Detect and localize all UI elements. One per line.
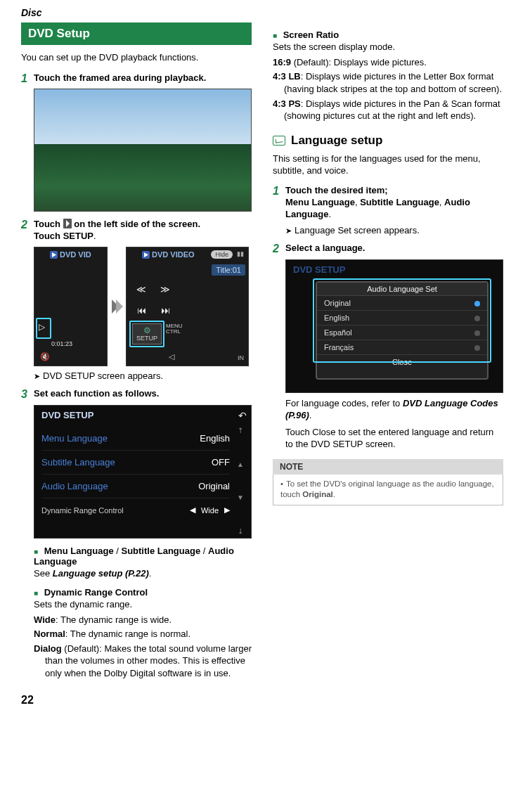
bullet-icon: ■ [34, 548, 38, 555]
scroll-top-icon[interactable]: ⤒ [238, 427, 243, 434]
drc-left-icon[interactable]: ◀ [190, 505, 195, 515]
lang-step-1-result: Language Set screen appears. [285, 225, 503, 236]
screen-ratio-body: Sets the screen display mode. [273, 41, 503, 53]
dvd-setup-bg-title: DVD SETUP [293, 264, 345, 275]
prev-next-row: ⏮ ⏭ [132, 302, 174, 318]
lang-step-2-number: 2 [273, 243, 285, 255]
hide-button[interactable]: Hide [211, 250, 233, 259]
lang-codes-ref: For language codes, refer to DVD Languag… [285, 397, 503, 422]
dvd-vid-label-a: DVD VID [50, 250, 91, 259]
checkbox-icon [273, 136, 285, 146]
language-setup-ref: Language setup (P.22) [53, 568, 149, 579]
screenshot-tab: DVD VID ▷ 0:01:23 🔇 [34, 247, 108, 366]
arrow-right-icon [110, 298, 123, 315]
language-setup-title: Language setup [291, 134, 382, 148]
drc-opt-wide: Wide: The dynamic range is wide. [34, 614, 252, 626]
screenshot-playback [34, 89, 252, 212]
step-2: 2 Touch on the left side of the screen. … [21, 219, 252, 243]
in-icon: IN [238, 354, 244, 361]
signal-icon: ▮▮ [237, 250, 244, 257]
step-2-pre: Touch [34, 219, 63, 229]
screen-ratio-title: Screen Ratio [283, 30, 339, 40]
sr-16-9: 16:9 (Default): Displays wide pictures. [273, 56, 503, 69]
drc-value: Wide [201, 506, 219, 515]
row-dynamic-range[interactable]: Dynamic Range Control ◀ Wide ▶ [41, 498, 230, 522]
row-audio-language[interactable]: Audio Language Original [41, 475, 230, 498]
language-setup-intro: This setting is for the languages used f… [273, 153, 503, 177]
subtitle-language-value: OFF [212, 457, 230, 468]
drc-value-wrap: ◀ Wide ▶ [190, 505, 230, 515]
section-title-bar: DVD Setup [21, 22, 252, 45]
setup-highlight [129, 321, 164, 347]
audio-language-label: Audio Language [41, 481, 108, 491]
screenshot-controls: DVD VIDEO Hide Title:01 ≪ ≫ ⏮ ⏭ ⚙ SETUP … [126, 247, 249, 366]
mute-icon: 🔇 [40, 352, 50, 361]
svg-marker-3 [116, 299, 123, 314]
step-2-text: Touch on the left side of the screen. To… [34, 219, 252, 243]
scroll-bottom-icon[interactable]: ⤓ [238, 527, 243, 535]
note-original-term: Original [302, 490, 332, 498]
menu-language-value: English [200, 433, 230, 444]
lang-close-instruction: Touch Close to set the entered language … [285, 426, 503, 451]
page-category: Disc [21, 7, 490, 18]
screen-ratio-heading: ■ Screen Ratio [273, 30, 503, 40]
lang-step-1-number: 1 [273, 185, 285, 221]
menu-language-term: Menu Language [44, 546, 114, 556]
langs-subheading: ■ Menu Language / Subtitle Language / Au… [34, 546, 252, 567]
langs-see: See Language setup (P.22). [34, 568, 252, 580]
note-box: NOTE •To set the DVD's original language… [273, 459, 503, 505]
step-2-number: 2 [21, 219, 34, 243]
step-1-number: 1 [21, 72, 34, 85]
drc-options: Wide: The dynamic range is wide. Normal:… [34, 614, 252, 680]
lang-step-1: 1 Touch the desired item; Menu Language,… [273, 185, 503, 221]
drc-label: Dynamic Range Control [41, 506, 124, 515]
dvd-vid-label-b: DVD VIDEO [142, 250, 195, 259]
step-2-line2b: . [93, 231, 96, 241]
scroll-column: ⤒ ▲ ▼ ⤓ [233, 427, 248, 535]
drc-right-icon[interactable]: ▶ [224, 505, 230, 515]
section-intro: You can set up the DVD playback function… [21, 52, 252, 64]
language-setup-heading: Language setup [273, 134, 503, 148]
bullet-icon: ■ [34, 589, 38, 597]
subtitle-language-term: Subtitle Language [121, 546, 200, 556]
subtitle-language-label: Subtitle Language [41, 457, 115, 468]
fastfwd-icon[interactable]: ≫ [156, 281, 174, 297]
lang-step-2: 2 Select a language. [273, 243, 503, 255]
popup-highlight [313, 278, 491, 363]
scroll-down-icon[interactable]: ▼ [237, 494, 244, 501]
step-1-text: Touch the framed area during playback. [34, 72, 252, 85]
rewind-icon[interactable]: ≪ [132, 281, 150, 297]
prev-icon[interactable]: ⏮ [132, 302, 150, 318]
drc-title: Dynamic Range Control [44, 587, 148, 598]
step-3-text: Set each function as follows. [34, 388, 252, 401]
left-column: DVD Setup You can set up the DVD playbac… [21, 22, 252, 681]
bullet-icon: ■ [273, 32, 277, 39]
step-2-line2a: Touch [34, 231, 63, 241]
rew-ff-row: ≪ ≫ [132, 281, 174, 297]
scroll-up-icon[interactable]: ▲ [237, 460, 244, 468]
row-menu-language[interactable]: Menu Language English [41, 427, 230, 451]
tab-highlight [36, 318, 51, 339]
menu-language-label: Menu Language [41, 433, 108, 444]
screenshot-language-popup: DVD SETUP Audio Language Set Original En… [285, 259, 503, 393]
menu-ctrl-button[interactable]: MENU CTRL [166, 323, 183, 335]
dvd-setup-title: DVD SETUP [41, 410, 93, 420]
back-icon[interactable]: ↶ [238, 410, 247, 421]
right-column: ■ Screen Ratio Sets the screen display m… [273, 22, 503, 681]
step-1: 1 Touch the framed area during playback. [21, 72, 252, 85]
step-2-result: DVD SETUP screen appears. [34, 370, 252, 381]
step-2-mid: on the left side of the screen. [74, 219, 200, 229]
lang-step-1-text: Touch the desired item; Menu Language, S… [285, 185, 503, 221]
lang-step-2-text: Select a language. [285, 243, 503, 255]
step-3: 3 Set each function as follows. [21, 388, 252, 401]
step-3-number: 3 [21, 388, 34, 401]
screenshot-setup-sequence: DVD VID ▷ 0:01:23 🔇 DVD VIDEO Hide Title… [34, 247, 252, 366]
note-body: •To set the DVD's original language as t… [273, 475, 503, 505]
chev-left-icon: ◁ [169, 352, 174, 361]
next-icon[interactable]: ⏭ [156, 302, 174, 318]
setup-label: SETUP [63, 231, 93, 241]
row-subtitle-language[interactable]: Subtitle Language OFF [41, 451, 230, 475]
timecode-a: 0:01:23 [51, 340, 72, 347]
drc-opt-dialog: Dialog (Default): Makes the total sound … [34, 643, 252, 680]
note-heading: NOTE [273, 459, 503, 475]
